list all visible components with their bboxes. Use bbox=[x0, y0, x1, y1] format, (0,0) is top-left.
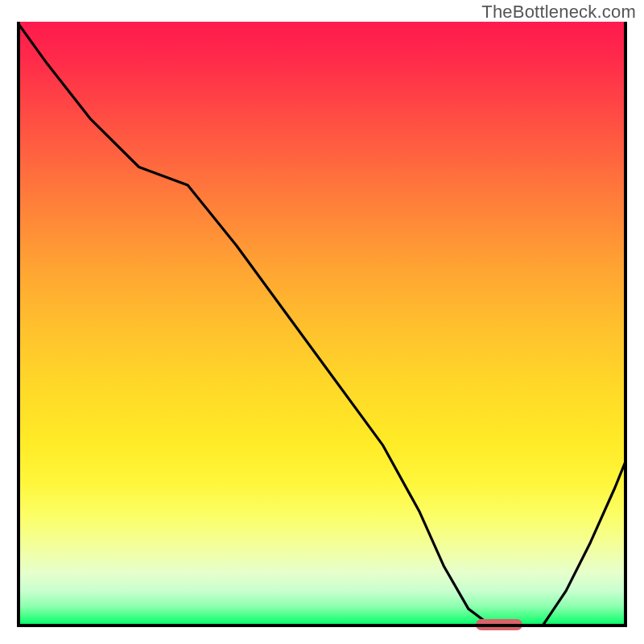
chart-container: TheBottleneck.com bbox=[0, 0, 644, 644]
plot-area bbox=[17, 22, 627, 627]
bottleneck-curve-path bbox=[17, 22, 627, 627]
watermark-text: TheBottleneck.com bbox=[481, 2, 636, 23]
optimal-range-marker bbox=[476, 619, 522, 630]
line-chart bbox=[17, 22, 627, 627]
